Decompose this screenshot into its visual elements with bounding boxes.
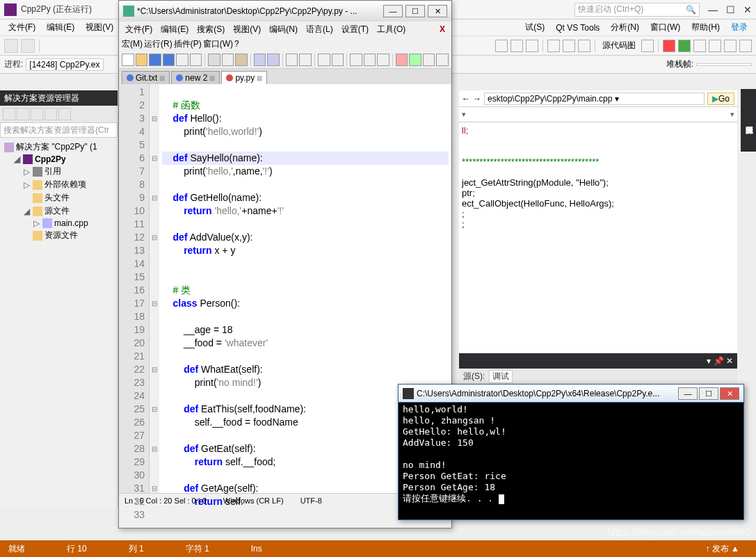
tree-item-resources[interactable]: 资源文件 <box>22 229 115 242</box>
menu-search[interactable]: 搜索(S) <box>193 23 228 36</box>
zoom-out-button[interactable] <box>332 54 344 66</box>
nav-back-button[interactable] <box>4 39 18 53</box>
macro-play-button[interactable] <box>409 54 421 66</box>
undo-button[interactable] <box>254 54 266 66</box>
menu-macro[interactable]: 宏(M) <box>122 38 143 50</box>
macro-multiplay-button[interactable] <box>436 54 449 66</box>
pause-button[interactable] <box>510 40 523 52</box>
menu-window[interactable]: 窗口(W) <box>203 38 233 50</box>
tab-close-icon[interactable]: ⊠ <box>159 74 165 82</box>
menu-view[interactable]: 视图(V) <box>230 23 264 36</box>
menu-close-icon[interactable]: X <box>436 24 449 35</box>
print-button[interactable] <box>190 54 202 66</box>
macro-record-button[interactable] <box>396 54 408 66</box>
maximize-button[interactable]: ☐ <box>726 4 735 15</box>
toolbar-icon[interactable] <box>724 40 737 52</box>
tree-item-headers[interactable]: 头文件 <box>22 191 115 204</box>
login-link[interactable]: 登录 <box>727 20 752 35</box>
pin-icon[interactable]: ▾ 📌 ✕ <box>707 356 733 366</box>
menu-edit[interactable]: 编辑(E) <box>42 20 79 35</box>
menu-debug[interactable]: 试(S) <box>521 20 549 35</box>
menu-analyze[interactable]: 分析(N) <box>606 20 643 35</box>
cut-button[interactable] <box>208 54 220 66</box>
copy-button[interactable] <box>222 54 234 66</box>
home-button[interactable] <box>3 108 15 120</box>
refresh-button[interactable] <box>17 108 29 120</box>
show-chars-button[interactable] <box>364 54 376 66</box>
toolbar-icon[interactable] <box>693 40 706 52</box>
maximize-button[interactable]: ☐ <box>699 387 718 400</box>
team-explorer-tab[interactable]: 团队资源管理器 <box>741 89 756 152</box>
source-dropdown[interactable]: 调试 <box>489 370 513 383</box>
tab-py-py[interactable]: py.py⊠ <box>221 71 267 84</box>
menu-language[interactable]: 语言(L) <box>303 23 337 36</box>
menu-help[interactable]: ? <box>234 39 239 49</box>
menu-edit[interactable]: 编辑(E) <box>157 23 192 36</box>
paste-button[interactable] <box>235 54 248 66</box>
menu-encoding[interactable]: 编码(N) <box>266 23 301 36</box>
close-button[interactable]: ✕ <box>428 5 447 17</box>
stop-button[interactable] <box>526 40 538 52</box>
menu-run[interactable]: 运行(R) <box>144 38 172 50</box>
menu-window[interactable]: 窗口(W) <box>646 20 684 35</box>
tree-item-external[interactable]: ▷ 外部依赖项 <box>22 178 115 191</box>
solution-search-input[interactable]: 搜索解决方案资源管理器(Ctr <box>0 122 118 138</box>
process-dropdown[interactable]: [14248] Cpp2Py.ex <box>26 58 103 71</box>
menu-settings[interactable]: 设置(T) <box>338 23 372 36</box>
nav-fwd-icon[interactable]: → <box>473 94 481 104</box>
tab-new-2[interactable]: new 2⊠ <box>171 71 220 84</box>
sourcemap-icon[interactable] <box>641 40 654 52</box>
nav-back-icon[interactable]: ← <box>462 94 470 104</box>
close-button[interactable]: ✕ <box>743 4 752 15</box>
tab-git-txt[interactable]: Git.txt⊠ <box>122 71 170 84</box>
menu-help[interactable]: 帮助(H) <box>687 20 724 35</box>
close-button[interactable]: ✕ <box>720 387 739 400</box>
minimize-button[interactable]: — <box>708 4 718 15</box>
scope-dropdown[interactable]: ▾ <box>462 110 466 119</box>
menu-qttools[interactable]: Qt VS Tools <box>552 22 604 34</box>
menu-file[interactable]: 文件(F) <box>122 23 156 36</box>
console-titlebar[interactable]: C:\Users\Administrator\Desktop\Cpp2Py\x6… <box>399 385 743 403</box>
cpp-code-area[interactable]: ll; ************************************… <box>459 122 737 232</box>
new-file-button[interactable] <box>122 54 134 66</box>
toolbar-icon[interactable] <box>709 40 721 52</box>
fold-column[interactable]: ⊟ ⊟ ⊟ ⊟ ⊟ ⊟ ⊟ ⊟ ⊟ <box>150 84 159 493</box>
redo-button[interactable] <box>267 54 280 66</box>
status-publish[interactable]: ↑ 发布 ▲ <box>705 543 739 555</box>
sync-button[interactable] <box>31 108 43 120</box>
step-over-button[interactable] <box>563 40 575 52</box>
menu-plugins[interactable]: 插件(P) <box>174 38 202 50</box>
save-all-button[interactable] <box>163 54 175 66</box>
file-path-dropdown[interactable]: esktop\Cpp2Py\Cpp2Py\main.cpp ▾ <box>484 92 705 105</box>
collapse-button[interactable] <box>45 108 57 120</box>
go-button[interactable]: ▶Go <box>707 92 734 105</box>
nav-fwd-button[interactable] <box>21 39 35 53</box>
toolbar-icon[interactable] <box>739 40 752 52</box>
npp-titlebar[interactable]: *C:\Users\Administrator\Desktop\Cpp2Py\C… <box>119 1 451 22</box>
save-button[interactable] <box>149 54 161 66</box>
open-file-button[interactable] <box>136 54 148 66</box>
macro-stop-button[interactable] <box>423 54 435 66</box>
close-file-button[interactable] <box>176 54 188 66</box>
minimize-button[interactable]: — <box>383 5 403 17</box>
step-out-button[interactable] <box>578 40 590 52</box>
indent-guide-button[interactable] <box>377 54 389 66</box>
console-output[interactable]: hello,world! hello, zhangsan ! GetHello:… <box>399 403 743 506</box>
menu-view[interactable]: 视图(V) <box>81 20 118 35</box>
project-node[interactable]: ◢ Cpp2Py <box>13 154 115 165</box>
tab-close-icon[interactable]: ⊠ <box>257 74 262 82</box>
continue-button[interactable] <box>495 40 508 52</box>
menu-file[interactable]: 文件(F) <box>4 20 40 35</box>
solution-node[interactable]: 解决方案 "Cpp2Py" (1 <box>3 140 115 154</box>
wrap-button[interactable] <box>350 54 362 66</box>
minimize-button[interactable]: — <box>678 387 698 400</box>
properties-button[interactable] <box>58 108 71 120</box>
tab-close-icon[interactable]: ⊠ <box>209 74 215 82</box>
find-button[interactable] <box>286 54 298 66</box>
tree-item-sources[interactable]: ◢ 源文件 <box>22 204 115 218</box>
maximize-button[interactable]: ☐ <box>405 5 425 17</box>
step-into-button[interactable] <box>547 40 560 52</box>
quick-launch-input[interactable]: 快速启动 (Ctrl+Q) 🔍 <box>574 3 700 17</box>
tree-item-references[interactable]: ▷ 引用 <box>22 165 115 178</box>
file-main-cpp[interactable]: ▷ main.cpp <box>32 218 115 229</box>
